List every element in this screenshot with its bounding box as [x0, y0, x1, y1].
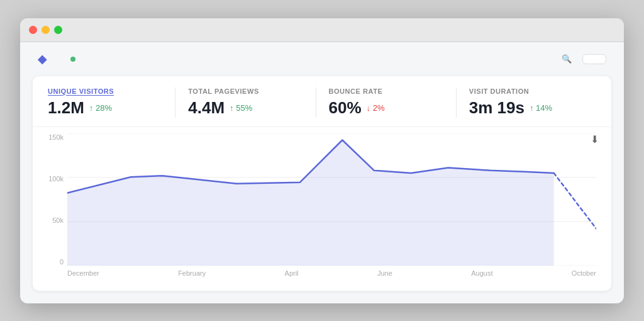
stat-item-2[interactable]: BOUNCE RATE60%↓ 2%: [329, 87, 457, 118]
stat-label-0: UNIQUE VISITORS: [48, 87, 162, 95]
chart-svg: [67, 133, 596, 266]
stat-value-row-3: 3m 19s↑ 14%: [469, 98, 584, 118]
x-label-4: August: [471, 269, 492, 282]
stat-change-3: ↑ 14%: [530, 103, 552, 113]
stat-change-0: ↑ 28%: [89, 103, 112, 113]
stats-row: UNIQUE VISITORS1.2M↑ 28%TOTAL PAGEVIEWS4…: [33, 76, 611, 127]
x-label-0: December: [67, 269, 99, 282]
search-icon: 🔍: [562, 54, 572, 64]
stat-value-row-2: 60%↓ 2%: [329, 98, 443, 118]
stat-change-1: ↑ 55%: [230, 103, 252, 113]
maximize-button[interactable]: [54, 26, 62, 34]
stat-value-row-0: 1.2M↑ 28%: [48, 98, 162, 118]
topbar: ◆ 🔍: [20, 42, 624, 76]
y-label-0: 150k: [48, 133, 67, 141]
content-area: ◆ 🔍: [20, 42, 624, 291]
stat-value-1: 4.4M: [188, 98, 225, 118]
stat-label-2: BOUNCE RATE: [329, 87, 443, 95]
x-label-2: April: [285, 269, 299, 282]
stat-item-0[interactable]: UNIQUE VISITORS1.2M↑ 28%: [48, 87, 175, 118]
topbar-right: 🔍: [562, 54, 606, 64]
logo-icon: ◆: [38, 52, 47, 66]
chart-container: 150k100k50k0 DecemberFebruaryAprilJuneAu…: [39, 133, 596, 284]
x-label-1: February: [178, 269, 206, 282]
stat-label-3: VISIT DURATION: [469, 87, 584, 95]
visitors-dot: [70, 57, 75, 62]
chart-area: ⬇ 150k100k50k0 DecemberFebr: [33, 127, 611, 291]
app-window: ◆ 🔍: [20, 18, 624, 303]
stat-change-2: ↓ 2%: [367, 103, 385, 113]
traffic-lights: [29, 26, 62, 34]
chart-inner: [67, 133, 596, 266]
x-axis: DecemberFebruaryAprilJuneAugustOctober: [67, 269, 596, 282]
x-label-3: June: [377, 269, 392, 282]
topbar-left: ◆: [38, 52, 79, 66]
y-label-2: 50k: [52, 217, 67, 224]
current-visitors-badge: [70, 57, 79, 62]
svg-marker-4: [67, 140, 554, 266]
period-select[interactable]: [582, 54, 606, 64]
y-axis: 150k100k50k0: [39, 133, 67, 266]
main-card: UNIQUE VISITORS1.2M↑ 28%TOTAL PAGEVIEWS4…: [33, 76, 611, 291]
titlebar: [20, 18, 624, 42]
logo[interactable]: ◆: [38, 52, 55, 66]
stat-value-row-1: 4.4M↑ 55%: [188, 98, 303, 118]
close-button[interactable]: [29, 26, 37, 34]
filter-button[interactable]: 🔍: [562, 54, 575, 64]
stat-value-0: 1.2M: [48, 98, 84, 118]
stat-value-2: 60%: [329, 98, 362, 118]
stat-label-1: TOTAL PAGEVIEWS: [188, 87, 303, 95]
stat-item-1[interactable]: TOTAL PAGEVIEWS4.4M↑ 55%: [188, 87, 316, 118]
stat-item-3[interactable]: VISIT DURATION3m 19s↑ 14%: [469, 87, 596, 118]
minimize-button[interactable]: [42, 26, 50, 34]
x-label-5: October: [572, 269, 596, 282]
y-label-1: 100k: [48, 175, 67, 183]
stat-value-3: 3m 19s: [469, 98, 525, 118]
y-label-3: 0: [60, 258, 67, 266]
